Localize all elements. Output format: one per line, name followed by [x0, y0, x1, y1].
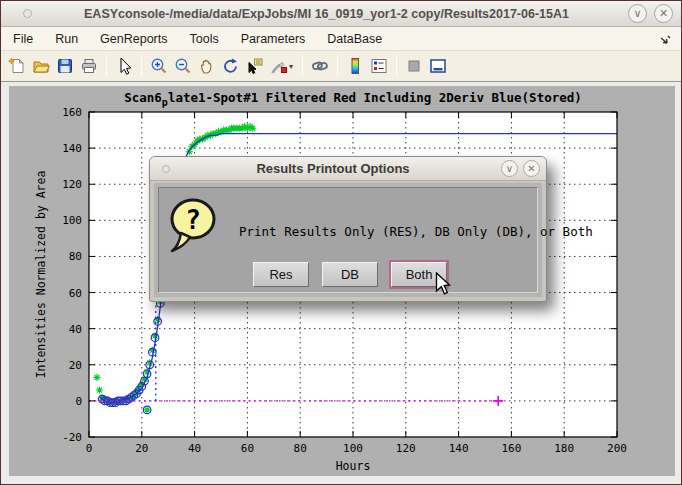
svg-text:40: 40: [69, 323, 82, 336]
chevron-down-icon: ∨: [506, 164, 513, 174]
dialog-panel: ? Print Results Only (RES), DB Only (DB)…: [158, 187, 538, 293]
svg-text:-20: -20: [62, 431, 82, 444]
dialog-shade-button[interactable]: ∨: [501, 160, 518, 177]
toolbar-separator: [337, 55, 338, 77]
menu-overflow-arrow-icon[interactable]: [659, 32, 671, 50]
print-figure-icon[interactable]: [77, 54, 101, 78]
edit-pointer-icon[interactable]: [112, 54, 136, 78]
svg-text:Hours: Hours: [336, 459, 371, 473]
svg-text:80: 80: [294, 442, 307, 455]
db-button[interactable]: DB: [322, 262, 378, 287]
dialog-button-row: Res DB Both: [253, 262, 447, 287]
brush-dropdown-caret-icon[interactable]: ▾: [289, 62, 297, 71]
menu-parameters[interactable]: Parameters: [233, 29, 314, 49]
svg-text:200: 200: [607, 442, 627, 455]
menu-run[interactable]: Run: [47, 29, 86, 49]
svg-text:?: ?: [185, 205, 201, 235]
svg-text:80: 80: [69, 250, 82, 263]
link-plots-icon[interactable]: [308, 54, 332, 78]
window-close-button[interactable]: ✕: [654, 4, 673, 23]
dialog-titlebar[interactable]: Results Printout Options ∨ ✕: [150, 157, 546, 181]
chevron-down-icon: ∨: [633, 8, 641, 19]
save-figure-icon[interactable]: [53, 54, 77, 78]
toolbar-separator: [141, 55, 142, 77]
menu-genreports[interactable]: GenReports: [92, 29, 175, 49]
menu-database[interactable]: DataBase: [319, 29, 390, 49]
svg-text:0: 0: [86, 442, 93, 455]
window-titlebar: EASYconsole-/media/data/ExpJobs/MI 16_09…: [1, 1, 681, 27]
svg-text:60: 60: [241, 442, 254, 455]
svg-text:120: 120: [62, 178, 82, 191]
dialog-title: Results Printout Options: [170, 161, 496, 176]
close-icon: ✕: [659, 8, 668, 19]
svg-text:140: 140: [62, 142, 82, 155]
dialog-menu-icon: [162, 165, 170, 173]
open-file-icon[interactable]: [29, 54, 53, 78]
data-cursor-icon[interactable]: [243, 54, 267, 78]
window-shade-button[interactable]: ∨: [628, 4, 647, 23]
application-window: EASYconsole-/media/data/ExpJobs/MI 16_09…: [0, 0, 682, 485]
mouse-cursor-icon: [435, 272, 455, 296]
rotate-3d-icon[interactable]: [219, 54, 243, 78]
new-figure-icon[interactable]: [5, 54, 29, 78]
svg-text:20: 20: [135, 442, 148, 455]
insert-colorbar-icon[interactable]: [343, 54, 367, 78]
close-icon: ✕: [527, 164, 535, 174]
svg-text:40: 40: [188, 442, 201, 455]
dialog-close-button[interactable]: ✕: [523, 160, 540, 177]
question-bubble-icon: ?: [166, 196, 222, 254]
brush-data-icon[interactable]: [267, 54, 291, 78]
svg-text:160: 160: [62, 106, 82, 119]
svg-text:180: 180: [554, 442, 574, 455]
svg-text:160: 160: [501, 442, 521, 455]
pan-hand-icon[interactable]: [195, 54, 219, 78]
menu-file[interactable]: File: [5, 29, 41, 49]
hide-plot-tools-icon[interactable]: [402, 54, 426, 78]
toolbar-separator: [302, 55, 303, 77]
toolbar-separator: [396, 55, 397, 77]
menu-tools[interactable]: Tools: [182, 29, 227, 49]
dialog-body: ? Print Results Only (RES), DB Only (DB)…: [154, 183, 542, 297]
window-menu-icon[interactable]: [23, 9, 32, 18]
dialog-message: Print Results Only (RES), DB Only (DB), …: [239, 224, 593, 239]
res-button[interactable]: Res: [253, 262, 309, 287]
insert-legend-icon[interactable]: [367, 54, 391, 78]
zoom-in-icon[interactable]: [147, 54, 171, 78]
svg-text:Scan6plate1-Spot#1 Filtered Re: Scan6plate1-Spot#1 Filtered Red Includin…: [124, 90, 582, 108]
figure-toolbar: ▾: [1, 51, 681, 82]
menu-bar: File Run GenReports Tools Parameters Dat…: [1, 27, 681, 51]
svg-text:120: 120: [396, 442, 416, 455]
svg-text:100: 100: [62, 214, 82, 227]
show-plot-tools-icon[interactable]: [426, 54, 450, 78]
svg-text:100: 100: [343, 442, 363, 455]
svg-text:60: 60: [69, 287, 82, 300]
svg-text:140: 140: [449, 442, 469, 455]
svg-text:0: 0: [75, 395, 82, 408]
toolbar-separator: [106, 55, 107, 77]
zoom-out-icon[interactable]: [171, 54, 195, 78]
window-title: EASYconsole-/media/data/ExpJobs/MI 16_09…: [32, 7, 621, 21]
svg-text:20: 20: [69, 359, 82, 372]
svg-text:Intensities Normalized by Area: Intensities Normalized by Area: [34, 171, 48, 379]
results-printout-options-dialog: Results Printout Options ∨ ✕ ? Print Res…: [149, 156, 547, 302]
